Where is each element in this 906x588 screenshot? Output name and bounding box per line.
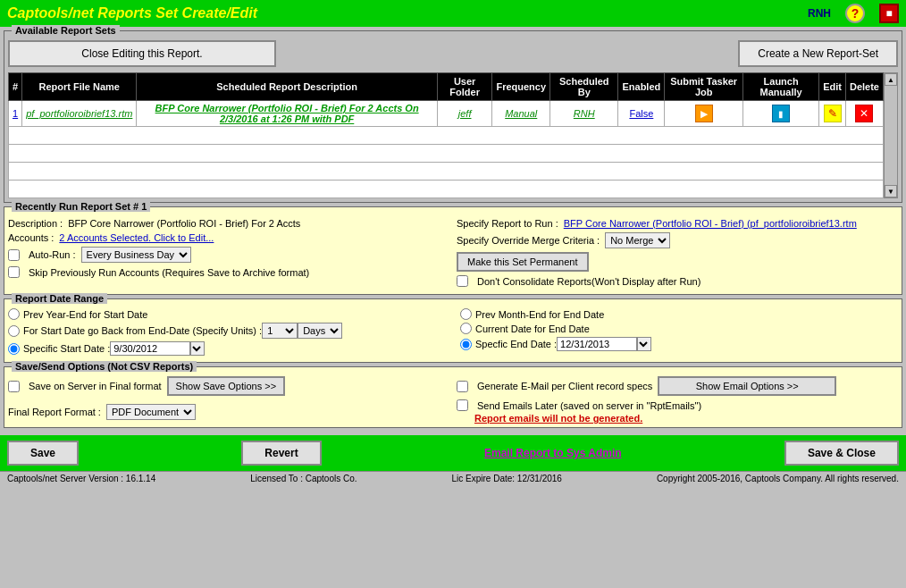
final-report-format-select[interactable]: PDF Document bbox=[106, 404, 196, 420]
available-reports-section: Available Report Sets Close Editing this… bbox=[4, 30, 902, 203]
send-emails-later-checkbox[interactable] bbox=[457, 399, 468, 411]
save-send-left: Save on Server in Final format Show Save… bbox=[8, 376, 449, 396]
go-back-row: For Start Date go Back from End-Date (Sp… bbox=[8, 323, 446, 339]
filename-link[interactable]: pf_portfolioroibrief13.rtm bbox=[26, 108, 132, 119]
userfolder-link[interactable]: jeff bbox=[458, 108, 472, 119]
empty-row-2 bbox=[9, 145, 884, 163]
recently-run-content: Description : BFP Core Narrower (Portfol… bbox=[8, 218, 898, 290]
save-on-server-checkbox[interactable] bbox=[8, 381, 20, 392]
generate-email-label: Generate E-Mail per Client record specs bbox=[477, 381, 652, 391]
prev-yearend-radio[interactable] bbox=[8, 308, 20, 320]
row-launch[interactable]: ▮ bbox=[743, 101, 819, 127]
submit-tasker-icon[interactable]: ▶ bbox=[695, 105, 713, 122]
specify-report-link[interactable]: BFP Core Narrower (Portfolio ROI - Brief… bbox=[564, 218, 857, 229]
specific-end-date-input[interactable] bbox=[557, 337, 637, 351]
delete-icon[interactable]: ✕ bbox=[855, 105, 873, 122]
go-back-radio[interactable] bbox=[8, 325, 20, 337]
show-save-options-button[interactable]: Show Save Options >> bbox=[167, 376, 286, 396]
row-filename: pf_portfolioroibrief13.rtm bbox=[22, 101, 137, 127]
autorun-select[interactable]: Every Business Day bbox=[81, 247, 191, 263]
save-send-bottom-row: Final Report Format : PDF Document Send … bbox=[8, 399, 898, 424]
frequency-link[interactable]: Manual bbox=[505, 108, 537, 119]
recently-run-left: Description : BFP Core Narrower (Portfol… bbox=[8, 218, 449, 290]
col-scheduledby: Scheduled By bbox=[550, 73, 618, 101]
launch-manually-icon[interactable]: ▮ bbox=[772, 105, 790, 122]
row-edit[interactable]: ✎ bbox=[819, 101, 846, 127]
show-email-options-button[interactable]: Show Email Options >> bbox=[658, 376, 836, 396]
help-icon[interactable]: ? bbox=[845, 4, 865, 23]
vertical-scrollbar[interactable]: ▲ ▼ bbox=[884, 72, 898, 198]
accounts-link[interactable]: 2 Accounts Selected. Click to Edit... bbox=[59, 232, 214, 243]
create-new-button[interactable]: Create a New Report-Set bbox=[738, 40, 898, 67]
title-bar: Captools/net Reports Set Create/Edit RNH… bbox=[0, 0, 906, 27]
status-bar: Captools/net Server Version : 16.1.14 Li… bbox=[0, 471, 906, 485]
available-reports-label: Available Report Sets bbox=[12, 25, 120, 36]
date-range-label: Report Date Range bbox=[12, 293, 107, 304]
prev-monthend-radio[interactable] bbox=[460, 308, 472, 320]
user-label: RNH bbox=[808, 7, 831, 20]
save-send-content: Save on Server in Final format Show Save… bbox=[8, 376, 898, 424]
empty-row-3 bbox=[9, 163, 884, 181]
make-permanent-button[interactable]: Make this Set Permanent bbox=[457, 252, 589, 272]
skip-prev-checkbox[interactable] bbox=[8, 266, 20, 278]
row-num-link[interactable]: 1 bbox=[13, 108, 18, 119]
col-submit: Submit Tasker Job bbox=[665, 73, 743, 101]
scheduledby-link[interactable]: RNH bbox=[574, 108, 595, 119]
dont-consolidate-checkbox[interactable] bbox=[457, 275, 468, 287]
current-date-radio[interactable] bbox=[460, 323, 472, 334]
enabled-link[interactable]: False bbox=[629, 108, 653, 119]
row-delete[interactable]: ✕ bbox=[845, 101, 883, 127]
scroll-up-arrow[interactable]: ▲ bbox=[885, 73, 897, 86]
autorun-label: Auto-Run : bbox=[29, 249, 76, 260]
specific-start-date-input[interactable] bbox=[110, 341, 190, 356]
close-editing-button[interactable]: Close Editing this Report. bbox=[8, 40, 276, 67]
autorun-row: Auto-Run : Every Business Day bbox=[8, 247, 449, 263]
save-close-button[interactable]: Save & Close bbox=[784, 441, 899, 466]
row-submit[interactable]: ▶ bbox=[665, 101, 743, 127]
skip-prev-label: Skip Previously Run Accounts (Requires S… bbox=[29, 267, 309, 278]
top-button-row: Close Editing this Report. Create a New … bbox=[8, 40, 898, 67]
col-frequency: Frequency bbox=[492, 73, 550, 101]
version-label: Captools/net Server Version : 16.1.14 bbox=[7, 474, 155, 483]
specific-start-radio[interactable] bbox=[8, 343, 20, 355]
units-days-select[interactable]: Days bbox=[298, 323, 342, 339]
col-launch: Launch Manually bbox=[743, 73, 819, 101]
autorun-checkbox[interactable] bbox=[8, 249, 20, 261]
start-date-dropdown[interactable] bbox=[190, 341, 205, 356]
go-back-label: For Start Date go Back from End-Date (Sp… bbox=[23, 325, 262, 336]
specific-end-radio[interactable] bbox=[460, 339, 472, 350]
current-date-row: Current Date for End Date bbox=[460, 323, 898, 334]
final-report-format-label: Final Report Format : bbox=[8, 407, 101, 417]
email-options-right: Send Emails Later (saved on server in "R… bbox=[457, 399, 898, 424]
col-enabled: Enabled bbox=[618, 73, 665, 101]
skip-prev-row: Skip Previously Run Accounts (Requires S… bbox=[8, 266, 449, 278]
save-button[interactable]: Save bbox=[7, 441, 79, 466]
accounts-row: Accounts : 2 Accounts Selected. Click to… bbox=[8, 232, 449, 243]
col-filename: Report File Name bbox=[22, 73, 137, 101]
units-num-select[interactable]: 1 bbox=[262, 323, 298, 339]
recently-run-right: Specify Report to Run : BFP Core Narrowe… bbox=[457, 218, 898, 290]
app-close-icon[interactable]: ■ bbox=[879, 4, 899, 23]
licensed-to-label: Licensed To : Captools Co. bbox=[250, 474, 357, 483]
reports-table: # Report File Name Scheduled Report Desc… bbox=[8, 72, 884, 198]
generate-email-checkbox[interactable] bbox=[457, 381, 468, 392]
scroll-down-arrow[interactable]: ▼ bbox=[885, 185, 897, 197]
report-emails-warning: Report emails will not be generated. bbox=[474, 413, 898, 424]
description-value: BFP Core Narrower (Portfolio ROI - Brief… bbox=[68, 218, 300, 229]
specific-start-label: Specific Start Date : bbox=[23, 343, 110, 354]
specify-override-row: Specify Override Merge Criteria : No Mer… bbox=[457, 232, 898, 248]
description-link[interactable]: BFP Core Narrower (Portfolio ROI - Brief… bbox=[155, 103, 419, 124]
save-send-label: Save/Send Options (Not CSV Reports) bbox=[12, 361, 197, 372]
app-title: Captools/net Reports Set Create/Edit bbox=[7, 5, 257, 21]
edit-icon[interactable]: ✎ bbox=[824, 105, 842, 122]
prev-yearend-label: Prev Year-End for Start Date bbox=[23, 309, 147, 320]
dont-consolidate-row: Don't Consolidate Reports(Won't Display … bbox=[457, 275, 898, 287]
reports-table-area: # Report File Name Scheduled Report Desc… bbox=[8, 72, 884, 198]
merge-criteria-select[interactable]: No Merge bbox=[605, 232, 670, 248]
revert-button[interactable]: Revert bbox=[241, 441, 321, 466]
email-sysadmin-link[interactable]: Email Report to Sys Admin bbox=[484, 447, 622, 459]
end-date-dropdown[interactable] bbox=[637, 337, 651, 351]
specific-end-row: Specfic End Date : bbox=[460, 337, 898, 351]
specify-report-label: Specify Report to Run : bbox=[457, 218, 558, 229]
table-row: 1 pf_portfolioroibrief13.rtm BFP Core Na… bbox=[9, 101, 884, 127]
